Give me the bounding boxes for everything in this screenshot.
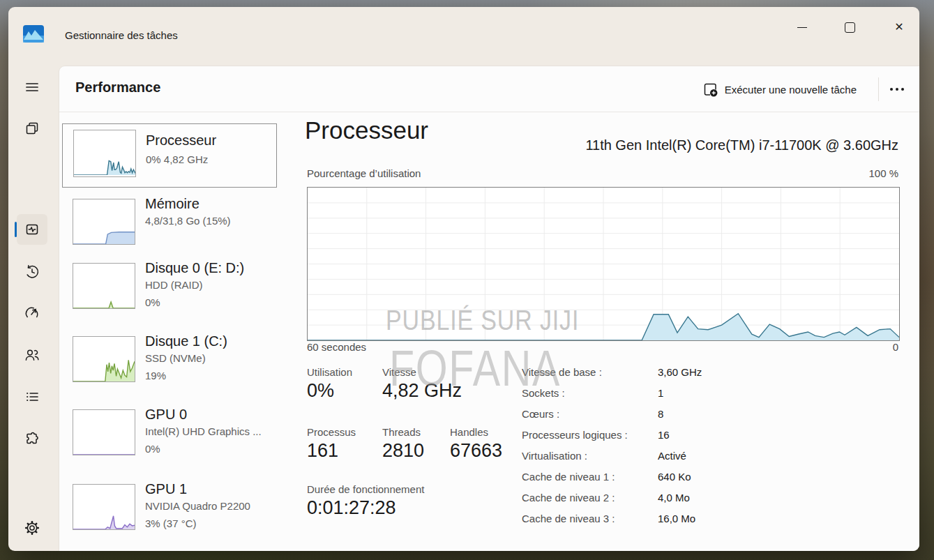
mini-chart xyxy=(73,484,135,530)
more-icon xyxy=(890,88,893,91)
detail-label: Cache de niveau 1 : xyxy=(522,471,615,483)
header-divider xyxy=(878,77,879,101)
stat-label-handles: Handles xyxy=(450,426,488,438)
perf-item-subtitle: 4,8/31,8 Go (15%) xyxy=(145,215,231,227)
minimize-button[interactable] xyxy=(787,14,818,40)
mini-chart xyxy=(73,409,135,455)
chart-label-60s: 60 secondes xyxy=(307,341,366,353)
history-clock-icon xyxy=(24,264,40,280)
detail-label: Cache de niveau 2 : xyxy=(522,492,615,504)
detail-value: 3,60 GHz xyxy=(658,366,702,378)
maximize-button[interactable] xyxy=(834,14,865,40)
stat-value-processus: 161 xyxy=(307,440,338,462)
perf-item-title: Disque 0 (E: D:) xyxy=(145,260,244,276)
stat-label-processus: Processus xyxy=(307,426,356,438)
services-puzzle-icon xyxy=(24,430,40,447)
perf-item-subtitle: 0% xyxy=(145,296,160,308)
perf-item-subtitle: 3% (37 °C) xyxy=(145,517,197,529)
perf-list-item-memory[interactable]: Mémoire 4,8/31,8 Go (15%) xyxy=(62,196,276,253)
perf-item-title: Mémoire xyxy=(145,196,199,212)
stat-label-utilisation: Utilisation xyxy=(307,366,352,378)
detail-value: 1 xyxy=(658,387,663,399)
perf-list-item-disk1[interactable]: Disque 1 (C:) SSD (NVMe)19% xyxy=(62,333,276,391)
detail-value: 4,0 Mo xyxy=(658,492,690,504)
settings-gear-icon xyxy=(24,520,40,536)
detail-label: Cache de niveau 3 : xyxy=(522,513,615,524)
detail-row: Cœurs :8 xyxy=(522,408,898,425)
details-list-icon xyxy=(24,388,40,405)
detail-value: 16,0 Mo xyxy=(658,513,695,524)
perf-item-title: Disque 1 (C:) xyxy=(145,333,227,349)
stat-value-handles: 67663 xyxy=(450,440,502,462)
perf-item-subtitle: SSD (NVMe) xyxy=(145,352,206,364)
perf-item-subtitle: HDD (RAID) xyxy=(145,279,203,291)
cpu-usage-chart[interactable] xyxy=(307,187,900,341)
sidebar-item-settings[interactable] xyxy=(17,513,47,543)
detail-row: Cache de niveau 1 :640 Ko xyxy=(522,471,898,487)
stat-label-threads: Threads xyxy=(382,426,421,438)
sidebar-item-processes[interactable] xyxy=(17,113,47,144)
perf-item-subtitle: 0% xyxy=(145,443,160,455)
titlebar[interactable]: Gestionnaire des tâches ✕ xyxy=(8,7,919,66)
speedometer-icon xyxy=(24,305,40,321)
cpu-pane-title: Processeur xyxy=(305,116,428,144)
detail-row: Cache de niveau 2 :4,0 Mo xyxy=(522,492,898,508)
detail-label: Processeurs logiques : xyxy=(522,429,628,441)
more-options-button[interactable] xyxy=(882,76,912,103)
processes-icon xyxy=(24,120,40,137)
sidebar-item-services[interactable] xyxy=(17,423,47,454)
cpu-device-name: 11th Gen Intel(R) Core(TM) i7-11700K @ 3… xyxy=(585,137,898,153)
chart-label-0: 0 xyxy=(893,341,898,353)
page-title: Performance xyxy=(75,80,160,96)
run-new-task-button[interactable]: Exécuter une nouvelle tâche xyxy=(696,76,864,103)
stat-label-vitesse: Vitesse xyxy=(382,366,416,378)
task-manager-app-icon xyxy=(23,25,44,43)
perf-list-item-gpu0[interactable]: GPU 0 Intel(R) UHD Graphics ...0% xyxy=(62,407,276,464)
maximize-icon xyxy=(845,22,855,33)
mini-chart xyxy=(73,199,135,245)
sidebar-item-performance[interactable] xyxy=(17,214,47,245)
close-button[interactable]: ✕ xyxy=(884,14,914,40)
perf-item-title: Processeur xyxy=(146,133,216,149)
stat-value-threads: 2810 xyxy=(382,440,424,462)
detail-value: Activé xyxy=(658,450,686,462)
window-title: Gestionnaire des tâches xyxy=(65,29,178,41)
chart-label-100pct: 100 % xyxy=(868,167,898,179)
performance-header: Performance Exécuter une nouvelle tâche xyxy=(59,66,919,112)
stat-value-vitesse: 4,82 GHz xyxy=(382,380,462,402)
perf-list-item-disk0[interactable]: Disque 0 (E: D:) HDD (RAID)0% xyxy=(62,260,276,317)
detail-label: Vitesse de base : xyxy=(522,366,602,378)
mini-chart xyxy=(73,130,136,177)
perf-item-subtitle: NVIDIA Quadro P2200 xyxy=(145,500,250,512)
run-new-task-label: Exécuter une nouvelle tâche xyxy=(725,84,857,96)
mini-chart xyxy=(73,336,135,382)
minimize-icon xyxy=(797,27,807,28)
sidebar xyxy=(8,66,59,551)
detail-label: Sockets : xyxy=(522,387,565,399)
sidebar-item-app-history[interactable] xyxy=(17,257,47,287)
detail-row: Sockets :1 xyxy=(522,387,898,404)
perf-item-title: GPU 1 xyxy=(145,481,187,497)
sidebar-item-startup-apps[interactable] xyxy=(17,298,47,328)
perf-item-subtitle: Intel(R) UHD Graphics ... xyxy=(145,425,262,437)
sidebar-item-details[interactable] xyxy=(17,381,47,412)
run-new-task-icon xyxy=(703,82,718,97)
cpu-usage-chart-svg xyxy=(308,188,899,340)
sidebar-item-users[interactable] xyxy=(17,340,47,370)
detail-row: Virtualisation :Activé xyxy=(522,450,898,467)
detail-label: Cœurs : xyxy=(522,408,559,420)
detail-value: 8 xyxy=(658,408,663,420)
main-panel: Performance Exécuter une nouvelle tâche … xyxy=(59,66,919,551)
mini-chart xyxy=(73,263,135,309)
stat-value-uptime: 0:01:27:28 xyxy=(307,497,396,519)
perf-list-item-gpu1[interactable]: GPU 1 NVIDIA Quadro P22003% (37 °C) xyxy=(62,481,276,538)
detail-label: Virtualisation : xyxy=(522,450,587,462)
close-icon: ✕ xyxy=(894,22,903,33)
stat-label-uptime: Durée de fonctionnement xyxy=(307,483,424,495)
performance-icon xyxy=(24,221,40,238)
detail-row: Cache de niveau 3 :16,0 Mo xyxy=(522,513,898,529)
perf-item-subtitle: 0% 4,82 GHz xyxy=(146,153,208,165)
perf-list-item-cpu[interactable]: Processeur 0% 4,82 GHz xyxy=(62,123,277,188)
perf-item-subtitle: 19% xyxy=(145,370,166,381)
users-icon xyxy=(24,347,40,363)
